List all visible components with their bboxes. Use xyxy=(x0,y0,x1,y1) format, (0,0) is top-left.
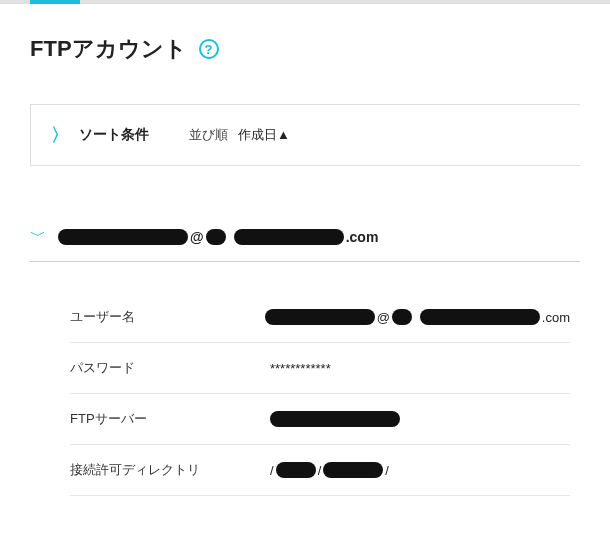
chevron-right-icon: 〉 xyxy=(51,123,69,147)
field-label: ユーザー名 xyxy=(70,308,265,326)
redacted-text xyxy=(265,309,375,325)
field-label: FTPサーバー xyxy=(70,410,270,428)
field-directory: 接続許可ディレクトリ / / / xyxy=(70,445,570,496)
sort-value[interactable]: 作成日▲ xyxy=(238,126,290,144)
field-username: ユーザー名 @ .com xyxy=(70,292,570,343)
field-label: パスワード xyxy=(70,359,270,377)
page-title: FTPアカウント xyxy=(30,34,187,64)
redacted-text xyxy=(234,229,344,245)
dir-slash: / xyxy=(385,463,389,478)
sort-conditions-box[interactable]: 〉 ソート条件 並び順 作成日▲ xyxy=(30,104,580,166)
account-header[interactable]: ﹀ @ .com xyxy=(30,226,580,262)
account-at: @ xyxy=(190,229,204,245)
username-suffix: .com xyxy=(542,310,570,325)
sort-label: ソート条件 xyxy=(79,126,149,144)
redacted-text xyxy=(323,462,383,478)
field-label: 接続許可ディレクトリ xyxy=(70,461,270,479)
field-value xyxy=(270,411,570,427)
dir-slash: / xyxy=(270,463,274,478)
field-value: / / / xyxy=(270,462,570,478)
field-value: ************ xyxy=(270,361,570,376)
username-at: @ xyxy=(377,310,390,325)
sort-order-label: 並び順 xyxy=(189,126,228,144)
field-server: FTPサーバー xyxy=(70,394,570,445)
chevron-down-icon: ﹀ xyxy=(30,226,46,247)
account-name: @ .com xyxy=(58,229,378,245)
redacted-text xyxy=(392,309,412,325)
page-title-row: FTPアカウント ? xyxy=(30,34,580,64)
account-details: ユーザー名 @ .com パスワード ************ FTPサーバー xyxy=(30,292,580,496)
ftp-account-block: ﹀ @ .com ユーザー名 @ .com パ xyxy=(30,226,580,496)
redacted-text xyxy=(58,229,188,245)
redacted-text xyxy=(270,411,400,427)
account-suffix: .com xyxy=(346,229,379,245)
dir-slash: / xyxy=(318,463,322,478)
help-icon[interactable]: ? xyxy=(199,39,219,59)
redacted-text xyxy=(206,229,226,245)
redacted-text xyxy=(420,309,540,325)
field-password: パスワード ************ xyxy=(70,343,570,394)
top-accent-bar xyxy=(0,0,610,4)
field-value: @ .com xyxy=(265,309,570,325)
redacted-text xyxy=(276,462,316,478)
